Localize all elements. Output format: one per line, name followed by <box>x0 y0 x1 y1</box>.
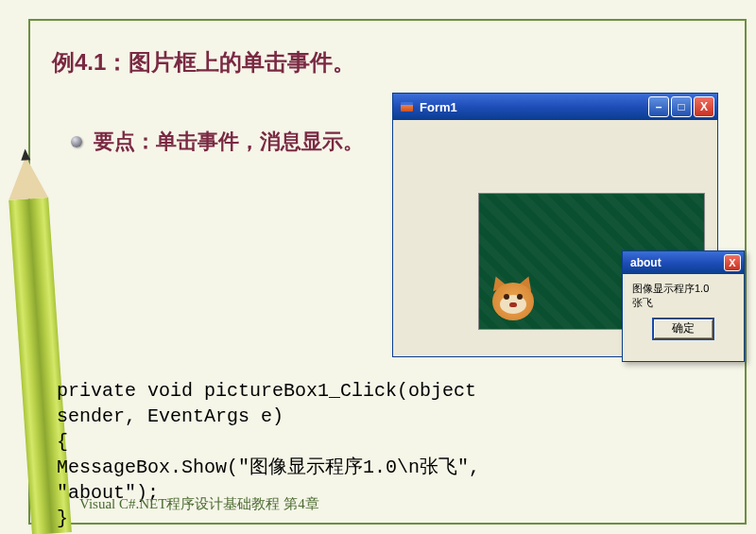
bullet-row: 要点：单击事件，消息显示。 <box>71 128 364 156</box>
code-line: } <box>57 508 68 529</box>
about-window-buttons: X <box>724 254 741 271</box>
about-close-button[interactable]: X <box>724 254 741 271</box>
about-title: about <box>630 256 718 269</box>
slide-title: 例4.1：图片框上的单击事件。 <box>52 47 355 78</box>
pencil-lead <box>21 148 31 161</box>
about-titlebar[interactable]: about X <box>623 251 744 274</box>
code-line: { <box>57 431 68 453</box>
about-button-row: 确定 <box>623 319 744 347</box>
form1-titlebar[interactable]: Form1 – □ X <box>393 94 717 120</box>
about-message-line2: 张飞 <box>632 296 734 310</box>
cat-image <box>485 268 541 325</box>
about-dialog: about X 图像显示程序1.0 张飞 确定 <box>622 250 745 362</box>
pencil-tip <box>6 155 48 200</box>
bullet-text: 要点：单击事件，消息显示。 <box>94 128 364 156</box>
ok-button[interactable]: 确定 <box>653 319 713 339</box>
bullet-icon <box>71 136 82 147</box>
maximize-button[interactable]: □ <box>671 96 692 117</box>
code-line: sender, EventArgs e) <box>57 405 284 427</box>
slide-footer: Visual C#.NET程序设计基础教程 第4章 <box>79 495 319 513</box>
minimize-button[interactable]: – <box>648 96 669 117</box>
about-message: 图像显示程序1.0 张飞 <box>623 274 744 319</box>
close-button[interactable]: X <box>694 96 714 117</box>
form1-window-buttons: – □ X <box>648 96 714 117</box>
about-message-line1: 图像显示程序1.0 <box>632 282 734 296</box>
code-line: MessageBox.Show("图像显示程序1.0\n张飞", <box>57 456 480 478</box>
form1-title: Form1 <box>420 100 643 114</box>
form1-app-icon <box>399 99 414 114</box>
code-line: private void pictureBox1_Click(object <box>57 380 476 402</box>
